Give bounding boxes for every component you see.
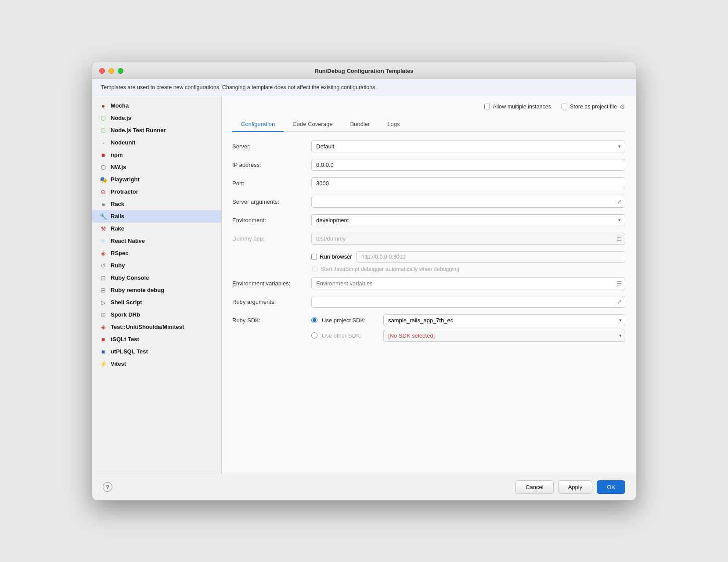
ip-input[interactable] — [311, 159, 625, 171]
sidebar-item-ruby[interactable]: ↺ Ruby — [92, 259, 221, 272]
titlebar: Run/Debug Configuration Templates — [92, 62, 636, 79]
ruby-sdk-label: Ruby SDK: — [232, 314, 311, 324]
sidebar-item-rspec[interactable]: ◈ RSpec — [92, 247, 221, 259]
run-browser-url-input[interactable] — [357, 251, 625, 263]
store-project-option[interactable]: Store as project file ⚙ — [562, 103, 625, 110]
react-native-icon: ⚛ — [99, 237, 107, 245]
run-browser-option[interactable]: Run browser — [311, 253, 352, 260]
rspec-icon: ◈ — [99, 249, 107, 257]
other-sdk-select[interactable]: [No SDK selected] — [383, 330, 625, 342]
rails-icon: 🔧 — [99, 213, 107, 220]
sidebar-item-nodejs[interactable]: ⬡ Node.js — [92, 112, 221, 124]
sidebar-item-npm[interactable]: ■ npm — [92, 149, 221, 161]
window-title: Run/Debug Configuration Templates — [314, 68, 413, 74]
sidebar-item-label: Mocha — [111, 102, 129, 109]
sidebar-item-test-unit[interactable]: ◈ Test::Unit/Shoulda/Minitest — [92, 321, 221, 333]
playwright-icon: 🎭 — [99, 176, 107, 184]
sidebar-item-protractor[interactable]: ⊖ Protractor — [92, 186, 221, 198]
minimize-button[interactable] — [108, 68, 114, 74]
apply-button[interactable]: Apply — [558, 480, 593, 494]
sidebar-item-rake[interactable]: ⚒ Rake — [92, 223, 221, 235]
ruby-args-row: Ruby arguments: ⤢ — [232, 296, 625, 309]
ruby-args-control: ⤢ — [311, 296, 625, 308]
allow-multiple-option[interactable]: Allow multiple instances — [484, 104, 551, 110]
list-icon[interactable]: ☰ — [616, 280, 622, 287]
tab-code-coverage[interactable]: Code Coverage — [284, 117, 341, 132]
project-sdk-select[interactable]: sample_rails_app_7th_ed — [383, 314, 625, 326]
sidebar-item-label: Protractor — [111, 188, 138, 195]
sidebar-item-shell-script[interactable]: ▷ Shell Script — [92, 296, 221, 309]
use-project-sdk-radio[interactable] — [311, 317, 317, 323]
sidebar-item-rack[interactable]: ≡ Rack — [92, 198, 221, 210]
store-project-checkbox[interactable] — [562, 104, 567, 109]
sidebar-item-mocha[interactable]: ● Mocha — [92, 100, 221, 112]
sidebar-item-spork[interactable]: ⊞ Spork DRb — [92, 309, 221, 321]
spork-icon: ⊞ — [99, 311, 107, 319]
sidebar-item-label: Playwright — [111, 176, 140, 183]
run-browser-label: Run browser — [320, 253, 352, 260]
ruby-console-icon: ⊡ — [99, 274, 107, 282]
environment-control: development test production ▾ — [311, 214, 625, 226]
environment-select-wrapper: development test production ▾ — [311, 214, 625, 226]
server-args-row: Server arguments: ⤢ — [232, 196, 625, 209]
sidebar-item-label: Rake — [111, 225, 124, 232]
sidebar-item-nodejs-test[interactable]: ⬡ Node.js Test Runner — [92, 124, 221, 137]
ruby-args-expand-icon[interactable]: ⤢ — [617, 299, 622, 305]
sidebar-item-label: Rails — [111, 213, 124, 220]
sidebar-item-tsqlt[interactable]: ■ tSQLt Test — [92, 333, 221, 346]
sidebar-item-label: Ruby remote debug — [111, 287, 164, 293]
dummy-app-row: Dummy app: 🗀 — [232, 233, 625, 246]
action-buttons: Cancel Apply OK — [515, 480, 625, 494]
server-args-input[interactable] — [311, 196, 625, 208]
cancel-button[interactable]: Cancel — [515, 480, 553, 494]
tab-bundler[interactable]: Bundler — [341, 117, 378, 132]
run-browser-checkbox[interactable] — [311, 254, 317, 259]
main-window: Run/Debug Configuration Templates Templa… — [92, 62, 636, 501]
server-args-label: Server arguments: — [232, 196, 311, 205]
sidebar-item-ruby-console[interactable]: ⊡ Ruby Console — [92, 272, 221, 284]
server-label: Server: — [232, 140, 311, 150]
gear-icon[interactable]: ⚙ — [620, 103, 625, 110]
sidebar-item-label: Nodeunit — [111, 139, 135, 146]
env-vars-input[interactable] — [311, 277, 625, 289]
nodejs-test-icon: ⬡ — [99, 126, 107, 134]
server-select-wrapper: Default Puma WEBrick Thin ▾ — [311, 140, 625, 152]
sidebar-item-nodeunit[interactable]: · Nodeunit — [92, 137, 221, 149]
tab-configuration[interactable]: Configuration — [232, 117, 284, 132]
use-other-sdk-radio[interactable] — [311, 332, 317, 339]
ok-button[interactable]: OK — [597, 480, 625, 494]
server-select[interactable]: Default Puma WEBrick Thin — [311, 140, 625, 152]
port-label: Port: — [232, 177, 311, 187]
ruby-args-input[interactable] — [311, 296, 625, 308]
close-button[interactable] — [99, 68, 105, 74]
ruby-remote-icon: ⊟ — [99, 286, 107, 294]
sidebar-item-react-native[interactable]: ⚛ React Native — [92, 235, 221, 247]
port-input[interactable] — [311, 177, 625, 189]
dummy-app-input — [311, 233, 625, 245]
sidebar-item-nwjs[interactable]: ⬡ NW.js — [92, 161, 221, 173]
sidebar-item-playwright[interactable]: 🎭 Playwright — [92, 173, 221, 186]
sidebar-item-vitest[interactable]: ⚡ Vitest — [92, 358, 221, 370]
dummy-app-control: 🗀 — [311, 233, 625, 245]
right-panel: Allow multiple instances Store as projec… — [222, 96, 636, 474]
sidebar-item-label: Shell Script — [111, 299, 142, 306]
env-vars-row: Environment variables: ☰ — [232, 277, 625, 291]
sidebar-item-label: RSpec — [111, 250, 128, 256]
npm-icon: ■ — [99, 151, 107, 159]
js-debugger-checkbox — [312, 266, 318, 272]
environment-row: Environment: development test production… — [232, 214, 625, 227]
sidebar-item-ruby-remote[interactable]: ⊟ Ruby remote debug — [92, 284, 221, 296]
allow-multiple-checkbox[interactable] — [484, 104, 490, 109]
sidebar-item-label: Rack — [111, 201, 124, 207]
js-debugger-row: Start JavaScript debugger automatically … — [312, 266, 625, 272]
ip-label: IP address: — [232, 159, 311, 168]
sidebar-item-label: Ruby Console — [111, 274, 149, 281]
sidebar-item-rails[interactable]: 🔧 Rails — [92, 210, 221, 223]
expand-icon[interactable]: ⤢ — [617, 198, 622, 205]
help-button[interactable]: ? — [103, 482, 112, 492]
sidebar-item-utplsql[interactable]: ■ utPLSQL Test — [92, 346, 221, 358]
maximize-button[interactable] — [118, 68, 123, 74]
environment-select[interactable]: development test production — [311, 214, 625, 226]
tab-logs[interactable]: Logs — [378, 117, 408, 132]
rack-icon: ≡ — [99, 200, 107, 208]
